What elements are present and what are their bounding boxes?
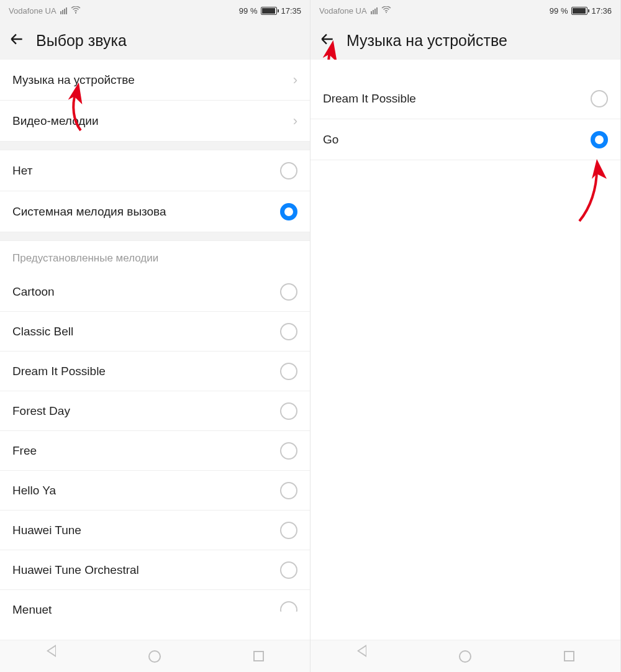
page-title: Музыка на устройстве	[347, 32, 507, 50]
nav-home-icon[interactable]	[459, 650, 471, 663]
android-nav-bar	[0, 640, 310, 672]
page-title: Выбор звука	[36, 32, 127, 50]
row-label: Huawei Tune	[12, 524, 280, 537]
back-arrow-icon[interactable]	[9, 31, 25, 50]
row-label: Системная мелодия вызова	[12, 205, 280, 219]
radio-unselected-icon[interactable]	[280, 323, 297, 340]
battery-pct: 99 %	[239, 6, 258, 16]
radio-unselected-icon[interactable]	[280, 442, 297, 460]
row-label: Нет	[12, 164, 280, 178]
radio-unselected-icon[interactable]	[280, 561, 297, 579]
section-gap	[0, 232, 310, 241]
status-bar: Vodafone UA 99 % 17:35	[0, 0, 310, 21]
row-label: Menuet	[12, 603, 280, 617]
battery-pct: 99 %	[550, 6, 568, 16]
back-arrow-icon[interactable]	[319, 31, 335, 50]
header: Музыка на устройстве	[310, 21, 620, 60]
clock: 17:36	[591, 6, 612, 16]
phone-right: Vodafone UA 99 % 17:36 Музыка на устройс…	[310, 0, 621, 672]
battery-icon	[261, 7, 277, 15]
carrier-label: Vodafone UA	[9, 6, 57, 16]
preset-row[interactable]: Menuet	[0, 590, 310, 630]
row-label: Forest Day	[12, 404, 280, 418]
signal-icon	[60, 7, 67, 14]
chevron-right-icon: ›	[293, 72, 297, 88]
preset-row[interactable]: Huawei Tune	[0, 511, 310, 550]
radio-unselected-icon[interactable]	[280, 601, 297, 619]
row-label: Cartoon	[12, 285, 280, 299]
radio-unselected-icon[interactable]	[280, 162, 297, 179]
radio-unselected-icon[interactable]	[280, 522, 297, 539]
music-row[interactable]: Dream It Possible	[310, 78, 620, 119]
preset-row[interactable]: Hello Ya	[0, 471, 310, 511]
radio-unselected-icon[interactable]	[280, 482, 297, 499]
preset-row[interactable]: Huawei Tune Orchestral	[0, 550, 310, 590]
clock: 17:35	[281, 6, 301, 16]
row-label: Free	[12, 444, 280, 458]
content: Dream It Possible Go	[310, 60, 620, 640]
wifi-icon	[381, 6, 391, 16]
preset-section-title: Предустановленные мелодии	[0, 241, 310, 272]
chevron-right-icon: ›	[293, 113, 297, 129]
preset-row[interactable]: Free	[0, 431, 310, 471]
row-label: Huawei Tune Orchestral	[12, 563, 280, 577]
header: Выбор звука	[0, 21, 310, 60]
status-bar: Vodafone UA 99 % 17:36	[310, 0, 620, 21]
signal-icon	[371, 7, 378, 14]
row-label: Classic Bell	[12, 325, 280, 338]
nav-back-icon[interactable]	[357, 651, 366, 662]
row-label: Hello Ya	[12, 484, 280, 497]
row-label: Dream It Possible	[323, 92, 591, 106]
row-label: Музыка на устройстве	[12, 73, 293, 87]
preset-row[interactable]: Classic Bell	[0, 312, 310, 352]
sound-row-system-ringtone[interactable]: Системная мелодия вызова	[0, 191, 310, 232]
radio-unselected-icon[interactable]	[591, 90, 608, 107]
nav-row-music-on-device[interactable]: Музыка на устройстве ›	[0, 60, 310, 101]
radio-unselected-icon[interactable]	[280, 283, 297, 301]
radio-unselected-icon[interactable]	[280, 402, 297, 420]
sound-row-none[interactable]: Нет	[0, 150, 310, 191]
nav-row-video-melodies[interactable]: Видео-мелодии ›	[0, 101, 310, 142]
row-label: Go	[323, 133, 591, 147]
preset-row[interactable]: Forest Day	[0, 391, 310, 431]
radio-selected-icon[interactable]	[280, 203, 297, 220]
nav-back-icon[interactable]	[47, 651, 56, 662]
row-label: Видео-мелодии	[12, 114, 293, 128]
preset-row[interactable]: Cartoon	[0, 272, 310, 312]
phone-left: Vodafone UA 99 % 17:35 Выбор звука Музык…	[0, 0, 310, 672]
row-label: Dream It Possible	[12, 365, 280, 378]
nav-recent-icon[interactable]	[564, 651, 574, 661]
svg-point-1	[386, 12, 387, 13]
content: Музыка на устройстве › Видео-мелодии › Н…	[0, 60, 310, 640]
svg-point-0	[75, 12, 76, 13]
battery-icon	[571, 7, 587, 15]
nav-home-icon[interactable]	[148, 650, 161, 663]
radio-selected-icon[interactable]	[591, 131, 608, 148]
section-gap	[0, 142, 310, 150]
nav-recent-icon[interactable]	[253, 651, 264, 661]
preset-row[interactable]: Dream It Possible	[0, 352, 310, 391]
music-row[interactable]: Go	[310, 119, 620, 160]
carrier-label: Vodafone UA	[319, 6, 367, 16]
android-nav-bar	[310, 640, 620, 672]
wifi-icon	[71, 6, 81, 16]
radio-unselected-icon[interactable]	[280, 363, 297, 380]
